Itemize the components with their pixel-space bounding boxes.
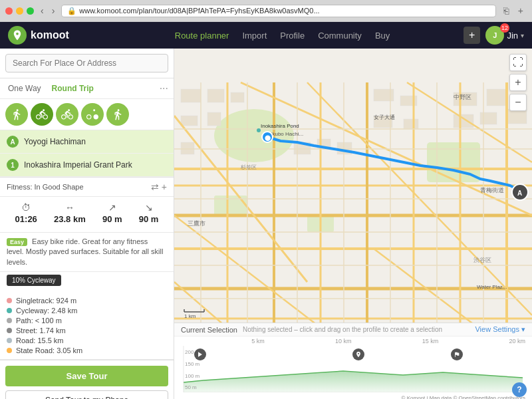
cycleway-tooltip-label: 10% Cycleway xyxy=(7,275,61,286)
map-area[interactable]: 中野区 青梅街道 三鷹市 世田谷区 渋谷区 杉並区 Ogikubo Hachi.… xyxy=(174,49,532,399)
svg-text:1 km: 1 km xyxy=(184,313,196,319)
svg-rect-6 xyxy=(207,89,224,102)
elevation-end-marker xyxy=(451,348,463,360)
svg-text:杉並区: 杉並区 xyxy=(240,164,257,170)
axis-label-5km: 5 km xyxy=(251,338,265,344)
nav-profile[interactable]: Profile xyxy=(280,28,305,43)
stats-row: ⏱ 01:26 ↔ 23.8 km ↗ 90 m ↘ 90 m xyxy=(7,202,167,224)
nav-community[interactable]: Community xyxy=(318,28,362,43)
waypoints-list: A Yoyogi Hachiman 1 Inokashira Imperial … xyxy=(0,130,174,178)
elevation-header: Current Selection Nothing selected – cli… xyxy=(174,323,532,336)
fitness-row: Fitness: In Good Shape ⇄ + xyxy=(0,178,174,197)
activity-hiking-icon[interactable] xyxy=(5,103,28,126)
singletrack-label: Singletrack: 924 m xyxy=(16,297,76,305)
maximize-window-button[interactable] xyxy=(27,7,34,15)
waypoint-a-marker: A xyxy=(7,136,19,148)
road-dot xyxy=(7,338,12,343)
recalculate-button[interactable]: ⇄ xyxy=(151,182,159,192)
fitness-icons: ⇄ + xyxy=(151,182,167,192)
activity-mtb-icon[interactable] xyxy=(56,103,78,126)
add-button[interactable]: + xyxy=(464,27,480,44)
nav-import[interactable]: Import xyxy=(242,28,267,43)
add-bookmark-button[interactable]: + xyxy=(515,4,527,17)
waypoint-1-name: Inokashira Imperial Grant Park xyxy=(24,160,132,170)
elevation-title: Current Selection xyxy=(181,326,237,334)
activity-bar xyxy=(0,99,174,130)
view-settings-button[interactable]: View Settings ▾ xyxy=(475,325,525,334)
back-button[interactable]: ‹ xyxy=(38,5,47,17)
svg-rect-17 xyxy=(480,112,497,124)
svg-text:青梅街道: 青梅街道 xyxy=(480,187,504,194)
svg-rect-18 xyxy=(507,109,527,124)
user-name-label: Jin xyxy=(507,31,518,41)
activity-running-icon[interactable] xyxy=(106,103,129,126)
search-section xyxy=(0,49,174,78)
forward-button[interactable]: › xyxy=(49,5,58,17)
share-button[interactable]: ⎗ xyxy=(500,4,512,17)
waypoint-a: A Yoyogi Hachiman xyxy=(0,130,174,154)
cycleway-label: Cycleway: 2.48 km xyxy=(16,307,77,315)
legend-cycleway: Cycleway: 2.48 km xyxy=(7,307,167,315)
logo-text: komoot xyxy=(31,29,69,41)
svg-text:⬤: ⬤ xyxy=(265,135,271,141)
svg-text:150 m: 150 m xyxy=(185,361,200,367)
stat-distance: ↔ 23.8 km xyxy=(54,202,86,224)
svg-text:100 m: 100 m xyxy=(185,373,200,379)
elevation-markers-row xyxy=(194,348,463,360)
legend-path: Path: < 100 m xyxy=(7,317,167,325)
close-window-button[interactable] xyxy=(5,7,13,15)
address-bar[interactable]: 🔒 www.komoot.com/plan/tour/d08A|BPfAhTeP… xyxy=(61,5,495,17)
fitness-label: Fitness: In Good Shape xyxy=(7,183,84,191)
axis-label-15km: 15 km xyxy=(422,338,439,344)
path-dot xyxy=(7,318,12,323)
activity-cycling-icon[interactable] xyxy=(31,103,53,126)
route-description: Easy Easy bike ride. Great for any fitne… xyxy=(0,233,174,272)
help-button[interactable]: ? xyxy=(512,382,527,397)
left-panel: One Way Round Trip ··· A xyxy=(0,49,174,399)
search-input[interactable] xyxy=(5,54,168,72)
descent-value: 90 m xyxy=(139,214,159,224)
app-header: komoot Route planner Import Profile Comm… xyxy=(0,22,532,49)
street-label: Street: 1.74 km xyxy=(16,327,66,334)
easy-badge: Easy xyxy=(7,238,27,246)
svg-rect-12 xyxy=(181,116,198,126)
stat-descent: ↘ 90 m xyxy=(139,202,159,224)
elevation-section: Current Selection Nothing selected – cli… xyxy=(174,323,532,399)
svg-text:Water Plaz...: Water Plaz... xyxy=(477,284,507,290)
legend-street: Street: 1.74 km xyxy=(7,327,167,334)
svg-rect-11 xyxy=(487,89,507,106)
svg-marker-76 xyxy=(198,352,202,357)
waypoint-1-marker: 1 xyxy=(7,159,19,171)
minimize-window-button[interactable] xyxy=(16,7,23,15)
descent-icon: ↘ xyxy=(139,202,159,213)
browser-navigation: ‹ › xyxy=(38,5,57,17)
svg-rect-15 xyxy=(404,119,418,129)
save-tour-button[interactable]: Save Tour xyxy=(5,366,168,386)
zoom-out-button[interactable]: − xyxy=(509,94,527,111)
cycleway-dot xyxy=(7,308,12,313)
main-nav: Route planner Import Profile Community B… xyxy=(101,28,464,43)
round-trip-button[interactable]: Round Trip xyxy=(49,82,96,94)
svg-rect-19 xyxy=(181,142,194,154)
nav-buy[interactable]: Buy xyxy=(375,28,390,43)
fullscreen-button[interactable]: ⛶ xyxy=(509,54,527,71)
state-road-label: State Road: 3.05 km xyxy=(16,346,82,354)
svg-text:中野区: 中野区 xyxy=(454,94,471,100)
axis-label-10km: 10 km xyxy=(335,338,352,344)
send-to-phone-button[interactable]: Send Tour to my Phone xyxy=(5,390,168,399)
user-dropdown-icon[interactable]: ▾ xyxy=(521,32,524,39)
nav-route-planner[interactable]: Route planner xyxy=(175,28,229,43)
main-layout: One Way Round Trip ··· A xyxy=(0,49,532,399)
singletrack-dot xyxy=(7,298,12,303)
browser-actions: ⎗ + xyxy=(500,4,527,17)
browser-chrome: ‹ › 🔒 www.komoot.com/plan/tour/d08A|BPfA… xyxy=(0,0,532,22)
activity-road-cycling-icon[interactable] xyxy=(81,103,104,126)
stat-duration: ⏱ 01:26 xyxy=(15,202,37,224)
svg-rect-5 xyxy=(181,89,201,102)
logo-area: komoot xyxy=(8,26,101,45)
more-options-button[interactable]: ··· xyxy=(160,83,168,94)
one-way-button[interactable]: One Way xyxy=(5,82,44,94)
zoom-in-button[interactable]: + xyxy=(509,74,527,91)
distance-icon: ↔ xyxy=(54,202,86,213)
add-waypoint-button[interactable]: + xyxy=(162,182,167,192)
